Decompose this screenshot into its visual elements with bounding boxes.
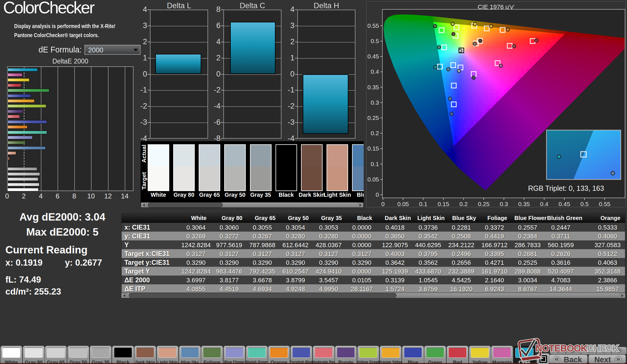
svg-text:0.45: 0.45 [558,201,570,207]
svg-text:0.35: 0.35 [367,84,379,90]
svg-text:0.3: 0.3 [371,99,379,106]
svg-text:0.1: 0.1 [371,161,379,167]
svg-text:0.3: 0.3 [500,201,508,207]
svg-text:0.05: 0.05 [397,201,409,207]
svg-text:0.05: 0.05 [367,176,379,183]
svg-text:0.25: 0.25 [478,201,490,207]
svg-text:0.5: 0.5 [371,38,379,44]
svg-text:0.35: 0.35 [518,201,530,207]
svg-text:0.55: 0.55 [367,22,379,29]
svg-text:0.2: 0.2 [459,201,468,207]
svg-text:0.45: 0.45 [367,53,379,60]
svg-text:0.4: 0.4 [540,201,548,207]
svg-text:0.15: 0.15 [367,145,379,152]
svg-text:0.2: 0.2 [371,130,379,136]
svg-text:0.5: 0.5 [580,201,588,207]
svg-text:RGB Triplet: 0, 133, 163: RGB Triplet: 0, 133, 163 [528,184,604,192]
svg-text:0: 0 [381,201,385,207]
svg-text:0.15: 0.15 [438,201,449,207]
svg-text:0.4: 0.4 [371,68,379,75]
svg-text:0.55: 0.55 [599,201,611,207]
svg-text:0.1: 0.1 [419,201,427,207]
svg-text:0.25: 0.25 [367,115,379,121]
svg-text:0: 0 [376,191,379,198]
